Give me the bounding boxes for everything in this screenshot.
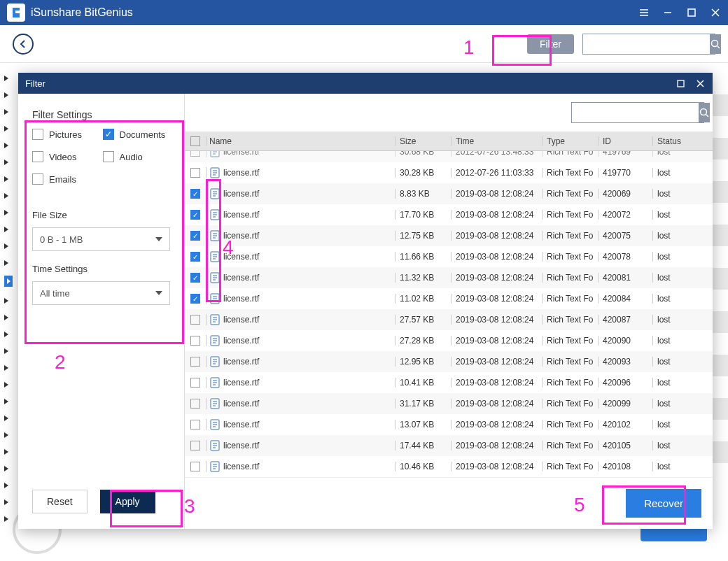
table-row[interactable]: license.rtf11.02 KB2019-03-08 12:08:24Ri…: [185, 288, 713, 309]
row-checkbox[interactable]: [190, 273, 200, 283]
row-checkbox[interactable]: [190, 315, 200, 325]
recover-button[interactable]: Recover: [626, 489, 701, 518]
tree-expand-icon[interactable]: [4, 126, 8, 132]
row-checkbox[interactable]: [190, 151, 200, 157]
tree-expand-icon[interactable]: [4, 516, 8, 522]
table-body[interactable]: license.rtf30.68 KB2012-07-26 13:48:33Ri…: [185, 151, 713, 477]
table-row[interactable]: license.rtf11.66 KB2019-03-08 12:08:24Ri…: [185, 246, 713, 267]
time-select[interactable]: All time: [32, 281, 170, 305]
dialog-search-input[interactable]: [572, 103, 699, 122]
table-row[interactable]: license.rtf17.44 KB2019-03-08 12:08:24Ri…: [185, 435, 713, 456]
close-icon[interactable]: [710, 7, 721, 18]
row-checkbox[interactable]: [190, 462, 200, 471]
col-time[interactable]: Time: [451, 136, 542, 146]
table-row[interactable]: license.rtf12.75 KB2019-03-08 12:08:24Ri…: [185, 225, 713, 246]
table-row[interactable]: license.rtf30.68 KB2012-07-26 13:48:33Ri…: [185, 151, 713, 162]
file-time: 2019-03-08 12:08:24: [451, 294, 542, 304]
tree-expand-icon[interactable]: [4, 449, 8, 455]
dialog-maximize-icon[interactable]: [675, 78, 686, 89]
tree-expand-icon[interactable]: [4, 176, 8, 182]
tree-expand-icon[interactable]: [4, 92, 8, 98]
tree-expand-icon[interactable]: [4, 416, 8, 421]
row-checkbox[interactable]: [190, 189, 200, 199]
tree-expand-icon[interactable]: [4, 159, 8, 165]
filter-panel: Filter Settings Pictures Documents Video…: [18, 94, 185, 529]
search-icon[interactable]: [699, 103, 710, 122]
apply-button[interactable]: Apply: [100, 490, 155, 513]
row-checkbox[interactable]: [190, 336, 200, 346]
row-checkbox[interactable]: [190, 420, 200, 429]
category-label: Documents: [120, 129, 166, 140]
col-id[interactable]: ID: [598, 136, 652, 146]
tree-expand-icon[interactable]: [4, 499, 8, 505]
reset-button[interactable]: Reset: [32, 490, 88, 513]
file-time: 2019-03-08 12:08:24: [451, 252, 542, 262]
dialog-close-icon[interactable]: [694, 78, 706, 89]
file-status: lost: [652, 399, 713, 409]
file-size: 17.70 KB: [395, 210, 451, 220]
col-size[interactable]: Size: [395, 136, 451, 146]
col-status[interactable]: Status: [652, 136, 713, 146]
category-videos[interactable]: Videos: [32, 151, 100, 162]
search-icon[interactable]: [710, 34, 721, 54]
file-size-select[interactable]: 0 B - 1 MB: [32, 227, 170, 251]
table-row[interactable]: license.rtf31.17 KB2019-03-08 12:08:24Ri…: [185, 393, 713, 414]
file-size: 11.32 KB: [395, 273, 451, 283]
tree-expand-icon[interactable]: [4, 466, 8, 471]
tree-expand-icon[interactable]: [4, 276, 13, 287]
row-checkbox[interactable]: [190, 210, 200, 220]
row-checkbox[interactable]: [190, 378, 200, 388]
table-row[interactable]: license.rtf10.46 KB2019-03-08 12:08:24Ri…: [185, 456, 713, 477]
row-checkbox[interactable]: [190, 252, 200, 262]
maximize-icon[interactable]: [686, 7, 697, 18]
table-row[interactable]: license.rtf13.07 KB2019-03-08 12:08:24Ri…: [185, 414, 713, 435]
checkbox-icon: [103, 129, 114, 140]
select-all-checkbox[interactable]: [190, 136, 200, 146]
tree-expand-icon[interactable]: [4, 193, 8, 199]
tree-expand-icon[interactable]: [4, 227, 8, 232]
tree-expand-icon[interactable]: [4, 143, 8, 148]
row-checkbox[interactable]: [190, 357, 200, 367]
table-row[interactable]: license.rtf30.28 KB2012-07-26 11:03:33Ri…: [185, 162, 713, 183]
menu-icon[interactable]: [638, 7, 650, 18]
row-checkbox[interactable]: [190, 441, 200, 450]
table-row[interactable]: license.rtf10.41 KB2019-03-08 12:08:24Ri…: [185, 372, 713, 393]
tree-expand-icon[interactable]: [4, 483, 8, 488]
tree-expand-icon[interactable]: [4, 348, 8, 354]
table-row[interactable]: license.rtf27.57 KB2019-03-08 12:08:24Ri…: [185, 309, 713, 330]
row-checkbox[interactable]: [190, 294, 200, 304]
category-pictures[interactable]: Pictures: [32, 129, 100, 140]
table-row[interactable]: license.rtf27.28 KB2019-03-08 12:08:24Ri…: [185, 330, 713, 351]
category-audio[interactable]: Audio: [103, 151, 171, 162]
search-input[interactable]: [583, 34, 710, 54]
tree-expand-icon[interactable]: [4, 315, 8, 320]
tree-expand-icon[interactable]: [4, 365, 8, 371]
tree-expand-icon[interactable]: [4, 432, 8, 438]
table-row[interactable]: license.rtf17.70 KB2019-03-08 12:08:24Ri…: [185, 204, 713, 225]
tree-expand-icon[interactable]: [4, 382, 8, 388]
tree-expand-icon[interactable]: [4, 332, 8, 337]
tree-expand-icon[interactable]: [4, 210, 8, 215]
row-checkbox[interactable]: [190, 231, 200, 241]
col-name[interactable]: Name: [206, 136, 395, 146]
table-row[interactable]: license.rtf8.83 KB2019-03-08 12:08:24Ric…: [185, 183, 713, 204]
category-documents[interactable]: Documents: [103, 129, 171, 140]
back-button[interactable]: [13, 34, 34, 55]
filter-button[interactable]: Filter: [527, 34, 574, 54]
tree-expand-icon[interactable]: [4, 109, 8, 115]
tree-expand-icon[interactable]: [4, 399, 8, 404]
category-emails[interactable]: Emails: [32, 173, 100, 185]
table-row[interactable]: license.rtf11.32 KB2019-03-08 12:08:24Ri…: [185, 267, 713, 288]
tree-expand-icon[interactable]: [4, 76, 8, 81]
titlebar: iSunshare BitGenius: [0, 0, 728, 25]
table-row[interactable]: license.rtf12.95 KB2019-03-08 12:08:24Ri…: [185, 351, 713, 372]
tree-expand-icon[interactable]: [4, 243, 8, 249]
col-type[interactable]: Type: [542, 136, 598, 146]
rtf-file-icon: [209, 188, 220, 199]
tree-expand-icon[interactable]: [4, 260, 8, 266]
tree-expand-icon[interactable]: [4, 298, 8, 304]
row-checkbox[interactable]: [190, 168, 200, 178]
row-checkbox[interactable]: [190, 399, 200, 409]
rtf-file-icon: [209, 151, 220, 157]
minimize-icon[interactable]: [662, 7, 673, 18]
